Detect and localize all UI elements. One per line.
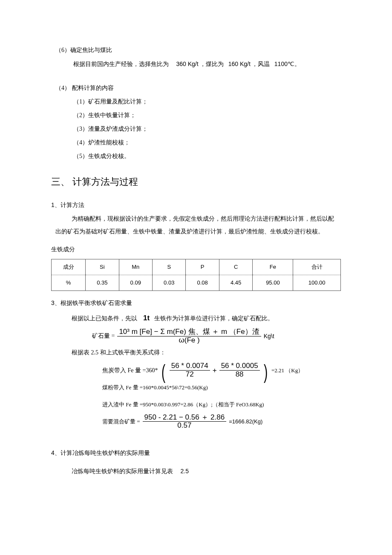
m4-title-text: 4、计算冶炼每吨生铁炉料的实际用量: [51, 449, 150, 456]
mix-label: 需要混合矿量 =: [102, 416, 140, 427]
coke-frac2: 56 * 0.0005 88: [219, 362, 260, 378]
mix-den: 0.57: [176, 422, 193, 430]
sec4-item-2: （2）生铁中铁量计算；: [51, 109, 341, 121]
sec4-title: （4） 配料计算的内容: [51, 82, 341, 94]
slag-fe-line: 进入渣中 Fe 量 =950*0.003\0.997=2.86（Kg）;（相当于…: [51, 399, 341, 410]
mix-result: =1666.82(Kg): [229, 416, 262, 427]
sec6-body-pre: 根据目前国内生产经验，选择焦比为: [73, 61, 169, 67]
td-pct: %: [52, 275, 86, 291]
sec6-body: 根据目前国内生产经验，选择焦比为 360 Kg/t ，煤比为 160 Kg/t …: [51, 58, 341, 70]
m1-p2: 出的矿石为基础对矿石用量、生铁中铁量、渣量及炉渣进行计算，最后炉渣性能、生铁成分…: [51, 226, 341, 238]
th-component: 成分: [52, 259, 86, 275]
ore-formula-num: 10³ m [Fe] − Σ m(Fe) 焦、煤 ＋ m （Fe）渣: [117, 328, 261, 336]
td-s: 0.03: [152, 275, 185, 291]
mix-num: 950 - 2.21 − 0.56 ＋ 2.86: [143, 414, 227, 422]
pig-iron-composition-table: 成分 Si Mn S P C Fe 合计 % 0.35 0.09 0.03 0.…: [51, 259, 341, 291]
th-s: S: [152, 259, 185, 275]
rparen-icon: ): [264, 366, 268, 378]
m4-table-ref: 2.5: [181, 468, 189, 474]
m3-intro: 根据以上已知条件，先以 1t 生铁作为计算单位进行计算，确定矿石配比。: [51, 311, 341, 325]
ore-formula-unit: Kg\t: [264, 330, 274, 342]
th-total: 合计: [293, 259, 341, 275]
m3-title-text: 3、根据铁平衡求铁矿石需求量: [51, 299, 132, 306]
th-c: C: [219, 259, 252, 275]
mixed-ore-formula: 需要混合矿量 = 950 - 2.21 − 0.56 ＋ 2.86 0.57 =…: [51, 414, 341, 430]
coke-frac1-den: 72: [184, 371, 196, 379]
m4-title: 4、计算冶炼每吨生铁炉料的实际用量: [51, 447, 341, 459]
th-p: P: [186, 259, 219, 275]
lparen-icon: (: [161, 366, 165, 378]
coke-ratio-value: 360 Kg/t: [176, 60, 199, 67]
m3-intro-pre: 根据以上已知条件，先以: [72, 315, 137, 322]
ore-formula-den: ω(Fe ): [177, 336, 201, 345]
coke-frac2-den: 88: [234, 371, 245, 379]
sec4-item-1: （1）矿石用量及配比计算；: [51, 96, 341, 108]
td-si: 0.35: [86, 275, 119, 291]
table-data-row: % 0.35 0.09 0.03 0.08 4.45 95.00 100.00: [52, 275, 341, 291]
m4-body-pre: 冶炼每吨生铁炉料的实际用量计算见表: [72, 468, 173, 474]
slag-fe-text: 进入渣中 Fe 量 =950*0.003\0.997=2.86（Kg）;（相当于…: [102, 401, 264, 408]
m3-intro-post: 生铁作为计算单位进行计算，确定矿石配比。: [154, 315, 274, 322]
coke-frac1-num: 56 * 0.0074: [170, 362, 210, 371]
wind-temp-value: 1100℃。: [274, 60, 300, 67]
table-caption: 生铁成分: [51, 244, 341, 256]
m3-line2: 根据表 2.5 和上式铁平衡关系式得：: [51, 347, 341, 359]
ore-formula-label: 矿石量 =: [92, 330, 115, 342]
td-mn: 0.09: [119, 275, 152, 291]
sec4-item-4: （4）炉渣性能校核；: [51, 137, 341, 149]
td-c: 4.45: [219, 275, 252, 291]
coal-fe-text: 煤粉带入 Fe 量 =160*0.0045*56\72=0.56(Kg): [102, 384, 208, 391]
m4-body: 冶炼每吨生铁炉料的实际用量计算见表 2.5: [51, 465, 341, 477]
coke-result: =2.21 （Kg）: [271, 365, 303, 376]
coke-frac1: 56 * 0.0074 72: [170, 362, 210, 378]
m1-p1: 为精确配料，现根据设计的生产要求，先假定生铁成分，然后用理论方法进行配料比计算，…: [51, 213, 341, 225]
th-mn: Mn: [119, 259, 152, 275]
m1-title-text: 1、计算方法: [51, 201, 84, 208]
coal-fe-line: 煤粉带入 Fe 量 =160*0.0045*56\72=0.56(Kg): [51, 382, 341, 393]
coke-frac2-num: 56 * 0.0005: [219, 362, 260, 371]
plus-sign: +: [213, 363, 217, 378]
m3-title: 3、根据铁平衡求铁矿石需求量: [51, 297, 341, 309]
th-si: Si: [86, 259, 119, 275]
ore-formula-fraction: 10³ m [Fe] − Σ m(Fe) 焦、煤 ＋ m （Fe）渣 ω(Fe …: [117, 328, 261, 344]
sec6-title: （6）确定焦比与煤比: [51, 44, 341, 56]
th-fe: Fe: [253, 259, 293, 275]
sec6-mid2: ，风温: [252, 61, 270, 67]
td-p: 0.08: [186, 275, 219, 291]
section-heading-3: 三、 计算方法与过程: [51, 173, 341, 191]
sec6-mid1: ，煤比为: [200, 61, 224, 67]
ore-formula: 矿石量 = 10³ m [Fe] − Σ m(Fe) 焦、煤 ＋ m （Fe）渣…: [72, 328, 341, 344]
m3-unit: 1t: [143, 314, 150, 322]
sec4-item-3: （3）渣量及炉渣成分计算；: [51, 123, 341, 135]
table-header-row: 成分 Si Mn S P C Fe 合计: [52, 259, 341, 275]
sec4-item-5: （5）生铁成分校核。: [51, 150, 341, 162]
mix-frac: 950 - 2.21 − 0.56 ＋ 2.86 0.57: [143, 414, 227, 430]
coke-fe-formula: 焦炭带入 Fe 量 =360* ( 56 * 0.0074 72 + 56 * …: [51, 362, 341, 378]
td-fe: 95.00: [253, 275, 293, 291]
m1-title: 1、计算方法: [51, 199, 341, 211]
td-total: 100.00: [293, 275, 341, 291]
coke-fe-label: 焦炭带入 Fe 量 =360*: [102, 365, 158, 377]
coal-ratio-value: 160 Kg/t: [228, 60, 251, 67]
